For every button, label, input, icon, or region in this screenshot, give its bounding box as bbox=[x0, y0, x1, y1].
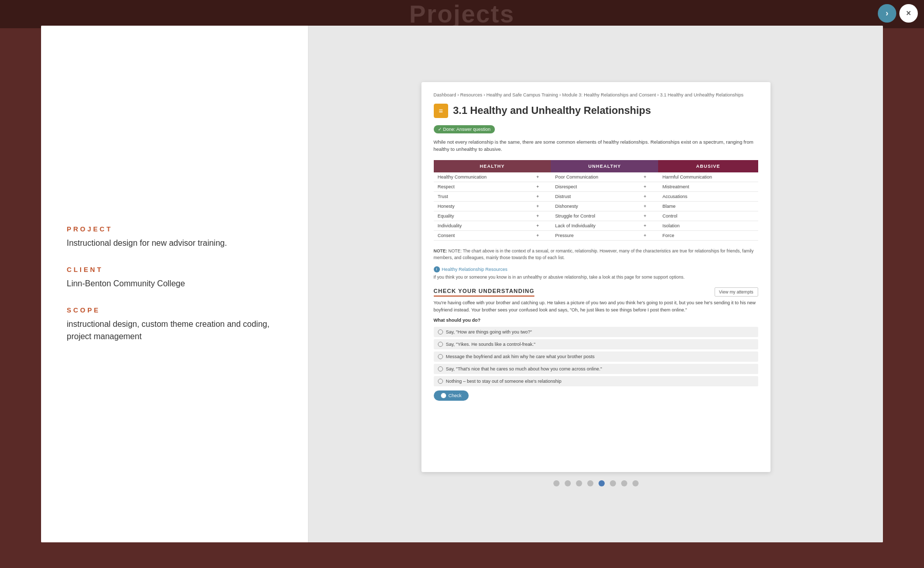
page-title: 3.1 Healthy and Unhealthy Relationships bbox=[453, 105, 651, 116]
radio-circle-3 bbox=[438, 366, 443, 371]
plus-cell: + bbox=[532, 192, 551, 202]
table-cell: Consent bbox=[434, 231, 532, 241]
plus-cell: + bbox=[640, 172, 659, 182]
plus-cell: + bbox=[532, 182, 551, 192]
table-cell: Mistreatment bbox=[658, 182, 758, 192]
plus-cell: + bbox=[640, 231, 659, 241]
content-card: Dashboard › Resources › Healthy and Safe… bbox=[421, 82, 771, 472]
th-abusive: ABUSIVE bbox=[658, 160, 758, 172]
scope-label: SCOPE bbox=[67, 306, 282, 314]
table-cell: Poor Communication bbox=[551, 172, 639, 182]
plus-cell: + bbox=[532, 172, 551, 182]
pagination-dot[interactable] bbox=[553, 480, 560, 486]
right-panel: Dashboard › Resources › Healthy and Safe… bbox=[309, 26, 883, 542]
page-title-row: ≡ 3.1 Healthy and Unhealthy Relationship… bbox=[434, 104, 758, 118]
left-panel: PROJECT Instructional design for new adv… bbox=[41, 26, 308, 542]
scope-text: instructional design, custom theme creat… bbox=[67, 318, 282, 343]
plus-cell: + bbox=[640, 182, 659, 192]
check-button[interactable]: Check bbox=[434, 390, 469, 401]
table-cell: Healthy Communication bbox=[434, 172, 532, 182]
client-label: CLIENT bbox=[67, 266, 282, 273]
intro-text: While not every relationship is the same… bbox=[434, 139, 758, 153]
radio-option[interactable]: Say, "That's nice that he cares so much … bbox=[434, 364, 758, 374]
th-unhealthy: UNHEALTHY bbox=[551, 160, 658, 172]
pagination-dot[interactable] bbox=[610, 480, 616, 486]
plus-cell: + bbox=[640, 192, 659, 202]
nav-controls: › × bbox=[878, 4, 918, 23]
th-healthy: HEALTHY bbox=[434, 160, 551, 172]
plus-cell: + bbox=[532, 231, 551, 241]
plus-cell: + bbox=[532, 221, 551, 231]
table-cell: Control bbox=[658, 211, 758, 221]
close-button[interactable]: × bbox=[899, 4, 918, 23]
plus-cell: + bbox=[640, 202, 659, 211]
pagination-dot[interactable] bbox=[632, 480, 639, 486]
radio-circle-2 bbox=[438, 354, 443, 359]
pagination bbox=[553, 480, 639, 486]
radio-option[interactable]: Nothing – best to stay out of someone el… bbox=[434, 376, 758, 386]
table-cell: Isolation bbox=[658, 221, 758, 231]
table-cell: Force bbox=[658, 231, 758, 241]
bg-title: Projects bbox=[409, 0, 514, 28]
cyu-header: CHECK YOUR UNDERSTANDING View my attempt… bbox=[434, 287, 758, 297]
resource-subtext: If you think you or someone you know is … bbox=[434, 275, 758, 281]
radio-option[interactable]: Say, "Yikes. He sounds like a control-fr… bbox=[434, 339, 758, 349]
table-cell: Honesty bbox=[434, 202, 532, 211]
modal: PROJECT Instructional design for new adv… bbox=[41, 26, 883, 542]
project-text: Instructional design for new advisor tra… bbox=[67, 237, 282, 249]
table-cell: Individuality bbox=[434, 221, 532, 231]
pagination-dot[interactable] bbox=[621, 480, 627, 486]
table-cell: Harmful Communication bbox=[658, 172, 758, 182]
plus-cell: + bbox=[640, 211, 659, 221]
pagination-dot[interactable] bbox=[576, 480, 582, 486]
table-cell: Respect bbox=[434, 182, 532, 192]
table-cell: Pressure bbox=[551, 231, 639, 241]
cyu-title: CHECK YOUR UNDERSTANDING bbox=[434, 288, 535, 297]
next-button[interactable]: › bbox=[878, 4, 896, 23]
done-badge: ✓ Done: Answer question bbox=[434, 125, 495, 133]
options-container: Say, "How are things going with you two?… bbox=[434, 327, 758, 386]
bg-header: Projects bbox=[0, 0, 924, 28]
pagination-dot[interactable] bbox=[587, 480, 593, 486]
table-cell: Trust bbox=[434, 192, 532, 202]
relationship-table: HEALTHY UNHEALTHY ABUSIVE Healthy Commun… bbox=[434, 160, 758, 241]
plus-cell: + bbox=[640, 221, 659, 231]
resource-link[interactable]: i Healthy Relationship Resources bbox=[434, 266, 758, 272]
plus-cell: + bbox=[532, 211, 551, 221]
table-cell: Blame bbox=[658, 202, 758, 211]
table-cell: Accusations bbox=[658, 192, 758, 202]
project-label: PROJECT bbox=[67, 225, 282, 233]
table-cell: Lack of Individuality bbox=[551, 221, 639, 231]
check-icon bbox=[441, 393, 446, 398]
radio-option[interactable]: Say, "How are things going with you two?… bbox=[434, 327, 758, 337]
title-icon: ≡ bbox=[434, 104, 448, 118]
table-cell: Distrust bbox=[551, 192, 639, 202]
radio-option[interactable]: Message the boyfriend and ask him why he… bbox=[434, 351, 758, 362]
link-icon: i bbox=[434, 266, 440, 272]
radio-circle-0 bbox=[438, 329, 443, 335]
table-cell: Dishonesty bbox=[551, 202, 639, 211]
question-prompt: What should you do? bbox=[434, 318, 758, 323]
table-cell: Disrespect bbox=[551, 182, 639, 192]
breadcrumb: Dashboard › Resources › Healthy and Safe… bbox=[434, 92, 758, 97]
note-text: NOTE: NOTE: The chart above is in the co… bbox=[434, 248, 758, 261]
radio-circle-1 bbox=[438, 342, 443, 347]
table-cell: Struggle for Control bbox=[551, 211, 639, 221]
question-text: You're having coffee with your brother a… bbox=[434, 300, 758, 314]
pagination-dot[interactable] bbox=[565, 480, 571, 486]
table-cell: Equality bbox=[434, 211, 532, 221]
plus-cell: + bbox=[532, 202, 551, 211]
radio-circle-4 bbox=[438, 379, 443, 384]
view-attempts-button[interactable]: View my attempts bbox=[715, 287, 758, 297]
client-text: Linn-Benton Community College bbox=[67, 278, 282, 290]
pagination-dot[interactable] bbox=[599, 480, 605, 486]
